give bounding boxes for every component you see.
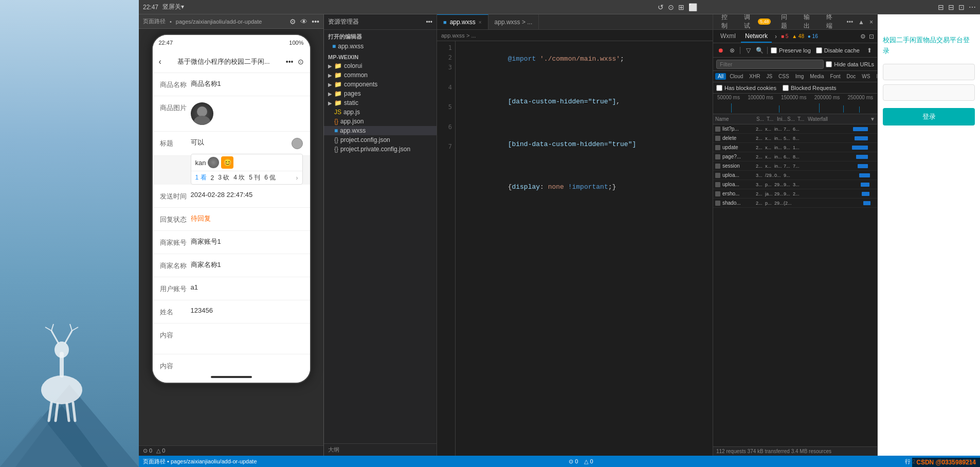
suggestion-item-1[interactable]: 1 看 [195, 173, 207, 182]
suggestion-item-5[interactable]: 5 刊 [249, 173, 260, 182]
open-file-app-wxss[interactable]: ■ app.wxss [324, 42, 437, 51]
editor-body[interactable]: 1 2 3 4 5 6 7 @import './common/main.wxs… [437, 41, 713, 456]
network-list[interactable]: list?p... 2... x... in... 7... 6... dele… [713, 124, 877, 446]
devtools-tab-control[interactable]: 控制 [717, 14, 738, 29]
stop-button[interactable]: ⊗ [728, 46, 737, 55]
suggestion-item-2[interactable]: 2 [211, 174, 214, 182]
phone-toolbar-icon2[interactable]: 👁 [300, 17, 307, 26]
toolbar-icon-more[interactable]: ⋯ [969, 3, 976, 11]
explorer-more-icon[interactable]: ••• [426, 19, 432, 26]
suggestion-item-4[interactable]: 4 坎 [233, 173, 245, 182]
net-row-session[interactable]: session 2... x... in... 7... 7... [713, 161, 877, 171]
toolbar-device-selector[interactable]: 22:47 [143, 4, 158, 11]
net-row-delete[interactable]: delete 2... x... in... 5... 8... [713, 134, 877, 143]
hide-data-urls-checkbox[interactable] [826, 61, 832, 67]
tree-file-appjs[interactable]: JS app.js [324, 107, 437, 117]
type-filter-doc[interactable]: Doc [844, 73, 859, 80]
phone-errors-count: ⊙ 0 [143, 447, 152, 454]
has-blocked-cookies-checkbox[interactable] [716, 85, 722, 91]
net-t2-delete: 8... [793, 136, 802, 141]
tree-file-appjson[interactable]: {} app.json [324, 117, 437, 126]
suggestion-expand-icon[interactable]: › [296, 174, 298, 182]
devtools-collapse-icon[interactable]: ••• [846, 19, 853, 26]
toolbar-icon-inspect[interactable]: ⊙ [668, 3, 674, 11]
record-button[interactable]: ⏺ [716, 46, 725, 55]
sub-tabs-more-icon[interactable]: › [775, 33, 777, 40]
type-filter-ws[interactable]: WS [859, 73, 873, 80]
phone-frame: 22:47 100% ‹ 基于微信小程序的校园二手闲... ••• ⊙ [139, 29, 323, 445]
devtools-close-icon[interactable]: × [869, 19, 873, 26]
type-filter-js[interactable]: JS [764, 73, 775, 80]
sub-tab-network[interactable]: Network [741, 30, 772, 43]
toggle-switch[interactable] [292, 138, 303, 149]
devtools-header: 控制 调试 5,48 问题 输出 终端 ••• ▲ × [713, 14, 877, 30]
phone-toolbar-icon3[interactable]: ••• [312, 17, 319, 26]
tab-appwxss-close[interactable]: × [479, 20, 482, 25]
net-ini-session: in... [774, 164, 784, 169]
network-settings-icon[interactable]: ⚙ [860, 33, 866, 40]
preserve-log-checkbox[interactable] [771, 47, 777, 53]
net-row-shado[interactable]: shado... 2... p... 29... (2... [713, 199, 877, 208]
search-button[interactable]: 🔍 [755, 46, 764, 55]
devtools-tab-issues[interactable]: 问题 [777, 14, 797, 29]
tree-folder-static[interactable]: ▶ 📁 static [324, 98, 437, 107]
net-waterfall-list [802, 127, 875, 131]
sub-tab-wxml[interactable]: Wxml [716, 30, 740, 43]
tree-file-projectprivate[interactable]: {} project.private.config.json [324, 145, 437, 154]
toolbar-icon-refresh[interactable]: ↺ [658, 3, 664, 11]
network-fullscreen-icon[interactable]: ⊡ [869, 33, 874, 40]
net-row-upload1[interactable]: uploa... 3... /29... 0... 9... [713, 171, 877, 180]
filter-input[interactable] [716, 60, 824, 69]
devtools-tab-terminal[interactable]: 终端 [822, 14, 843, 29]
preview-username-input[interactable] [883, 64, 975, 80]
suggestion-item-3[interactable]: 3 砍 [218, 173, 229, 182]
devtools-tab-debug[interactable]: 调试 5,48 [740, 14, 775, 29]
type-filter-font[interactable]: Font [828, 73, 843, 80]
type-filter-all[interactable]: All [715, 73, 726, 80]
disable-cache-label: Disable cache [824, 47, 860, 53]
folder-label-components: components [344, 81, 377, 88]
tree-file-appwxss[interactable]: ■ app.wxss [324, 126, 437, 135]
preview-login-button[interactable]: 登录 [883, 108, 975, 125]
net-row-update[interactable]: update 2... x... in... 9... 1... [713, 143, 877, 152]
net-indicator-session [715, 164, 720, 169]
editor-tab-appwxss[interactable]: ■ app.wxss × [437, 14, 488, 29]
editor-tab-breadcrumb[interactable]: app.wxss > ... [488, 14, 539, 29]
devtools-tab-output[interactable]: 输出 [800, 14, 820, 29]
toolbar-icon-menu1[interactable]: ⊟ [938, 3, 944, 11]
net-s-ersho: 2... [756, 191, 765, 196]
toolbar-icon-full[interactable]: ⊡ [958, 3, 965, 11]
blocked-requests-checkbox[interactable] [783, 85, 789, 91]
filter-toggle[interactable]: ▽ [743, 46, 753, 55]
suggestion-item-6[interactable]: 6 侃 [264, 173, 276, 182]
tree-folder-components[interactable]: ▶ 📁 components [324, 80, 437, 89]
devtools-expand-icon[interactable]: ▲ [858, 19, 864, 26]
code-content[interactable]: @import './common/main.wxss'; [data-cust… [456, 41, 713, 456]
net-row-list[interactable]: list?p... 2... x... in... 7... 6... [713, 124, 877, 134]
type-filter-cloud[interactable]: Cloud [727, 73, 746, 80]
network-import-icon[interactable]: ⬆ [865, 46, 874, 55]
type-filter-css[interactable]: CSS [776, 73, 792, 80]
type-filter-xhr[interactable]: XHR [747, 73, 763, 80]
tree-folder-pages[interactable]: ▶ 📁 pages [324, 89, 437, 98]
type-filter-img[interactable]: Img [793, 73, 807, 80]
toolbar-icon-layout[interactable]: ⊞ [678, 3, 684, 11]
disable-cache-checkbox[interactable] [816, 47, 822, 53]
toolbar-divider-2 [767, 47, 768, 54]
hide-data-urls-row: Hide data URLs [826, 61, 874, 67]
toolbar-icon-menu2[interactable]: ⊟ [948, 3, 954, 11]
phone-nav-more-icon[interactable]: ••• [286, 58, 294, 66]
net-row-upload2[interactable]: uploa... 3... p... 29... 9... 3... [713, 180, 877, 189]
toolbar-icon-split[interactable]: ⬜ [688, 3, 697, 11]
tree-file-projectconfig[interactable]: {} project.config.json [324, 135, 437, 145]
tree-folder-colorui[interactable]: ▶ 📁 colorui [324, 61, 437, 70]
type-filter-media[interactable]: Media [807, 73, 826, 80]
net-row-page[interactable]: page?... 2... x... in... 6... 8... [713, 152, 877, 161]
preview-password-input[interactable] [883, 84, 975, 101]
net-name-list: list?p... [722, 126, 756, 132]
phone-nav-dot-icon[interactable]: ⊙ [298, 58, 304, 66]
net-row-ersho[interactable]: ersho... 2... ja... 29... 9... 2... [713, 189, 877, 199]
net-waterfall-update [802, 146, 875, 150]
tree-folder-common[interactable]: ▶ 📁 common [324, 70, 437, 80]
phone-toolbar-icon1[interactable]: ⚙ [289, 17, 296, 26]
